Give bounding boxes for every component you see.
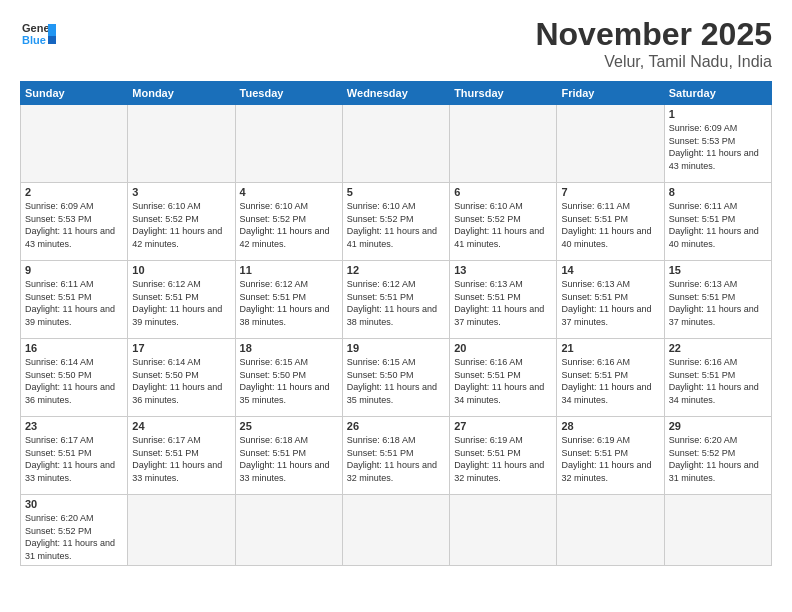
calendar-cell: 20Sunrise: 6:16 AM Sunset: 5:51 PM Dayli…	[450, 339, 557, 417]
day-number: 29	[669, 420, 767, 432]
day-info: Sunrise: 6:20 AM Sunset: 5:52 PM Dayligh…	[669, 434, 767, 484]
day-number: 18	[240, 342, 338, 354]
calendar-cell: 9Sunrise: 6:11 AM Sunset: 5:51 PM Daylig…	[21, 261, 128, 339]
day-info: Sunrise: 6:10 AM Sunset: 5:52 PM Dayligh…	[132, 200, 230, 250]
calendar-week-6: 30Sunrise: 6:20 AM Sunset: 5:52 PM Dayli…	[21, 495, 772, 566]
calendar-cell: 7Sunrise: 6:11 AM Sunset: 5:51 PM Daylig…	[557, 183, 664, 261]
svg-marker-3	[48, 36, 56, 44]
day-number: 25	[240, 420, 338, 432]
day-number: 6	[454, 186, 552, 198]
calendar-cell: 16Sunrise: 6:14 AM Sunset: 5:50 PM Dayli…	[21, 339, 128, 417]
calendar-cell: 5Sunrise: 6:10 AM Sunset: 5:52 PM Daylig…	[342, 183, 449, 261]
day-info: Sunrise: 6:12 AM Sunset: 5:51 PM Dayligh…	[347, 278, 445, 328]
day-number: 5	[347, 186, 445, 198]
day-number: 3	[132, 186, 230, 198]
day-info: Sunrise: 6:18 AM Sunset: 5:51 PM Dayligh…	[240, 434, 338, 484]
calendar-week-1: 1Sunrise: 6:09 AM Sunset: 5:53 PM Daylig…	[21, 105, 772, 183]
day-info: Sunrise: 6:09 AM Sunset: 5:53 PM Dayligh…	[25, 200, 123, 250]
day-number: 14	[561, 264, 659, 276]
day-info: Sunrise: 6:15 AM Sunset: 5:50 PM Dayligh…	[347, 356, 445, 406]
day-number: 13	[454, 264, 552, 276]
day-number: 21	[561, 342, 659, 354]
day-info: Sunrise: 6:11 AM Sunset: 5:51 PM Dayligh…	[561, 200, 659, 250]
weekday-header-thursday: Thursday	[450, 82, 557, 105]
calendar-cell: 27Sunrise: 6:19 AM Sunset: 5:51 PM Dayli…	[450, 417, 557, 495]
day-info: Sunrise: 6:10 AM Sunset: 5:52 PM Dayligh…	[347, 200, 445, 250]
calendar-table: SundayMondayTuesdayWednesdayThursdayFrid…	[20, 81, 772, 566]
calendar-cell: 3Sunrise: 6:10 AM Sunset: 5:52 PM Daylig…	[128, 183, 235, 261]
calendar-cell: 11Sunrise: 6:12 AM Sunset: 5:51 PM Dayli…	[235, 261, 342, 339]
calendar-week-2: 2Sunrise: 6:09 AM Sunset: 5:53 PM Daylig…	[21, 183, 772, 261]
day-number: 22	[669, 342, 767, 354]
calendar-cell: 22Sunrise: 6:16 AM Sunset: 5:51 PM Dayli…	[664, 339, 771, 417]
day-number: 16	[25, 342, 123, 354]
calendar-cell	[235, 105, 342, 183]
title-block: November 2025 Velur, Tamil Nadu, India	[535, 16, 772, 71]
day-info: Sunrise: 6:11 AM Sunset: 5:51 PM Dayligh…	[25, 278, 123, 328]
day-info: Sunrise: 6:15 AM Sunset: 5:50 PM Dayligh…	[240, 356, 338, 406]
day-number: 7	[561, 186, 659, 198]
day-info: Sunrise: 6:14 AM Sunset: 5:50 PM Dayligh…	[132, 356, 230, 406]
calendar-cell: 19Sunrise: 6:15 AM Sunset: 5:50 PM Dayli…	[342, 339, 449, 417]
day-number: 30	[25, 498, 123, 510]
svg-marker-2	[48, 24, 56, 36]
calendar-cell: 29Sunrise: 6:20 AM Sunset: 5:52 PM Dayli…	[664, 417, 771, 495]
day-info: Sunrise: 6:18 AM Sunset: 5:51 PM Dayligh…	[347, 434, 445, 484]
day-number: 19	[347, 342, 445, 354]
weekday-header-monday: Monday	[128, 82, 235, 105]
calendar-cell	[664, 495, 771, 566]
calendar-week-4: 16Sunrise: 6:14 AM Sunset: 5:50 PM Dayli…	[21, 339, 772, 417]
day-info: Sunrise: 6:16 AM Sunset: 5:51 PM Dayligh…	[669, 356, 767, 406]
calendar-cell	[128, 495, 235, 566]
logo: General Blue	[20, 16, 56, 52]
day-number: 2	[25, 186, 123, 198]
day-number: 12	[347, 264, 445, 276]
day-number: 20	[454, 342, 552, 354]
calendar-cell	[342, 495, 449, 566]
day-number: 24	[132, 420, 230, 432]
calendar-cell: 4Sunrise: 6:10 AM Sunset: 5:52 PM Daylig…	[235, 183, 342, 261]
day-info: Sunrise: 6:19 AM Sunset: 5:51 PM Dayligh…	[561, 434, 659, 484]
calendar-week-5: 23Sunrise: 6:17 AM Sunset: 5:51 PM Dayli…	[21, 417, 772, 495]
calendar-cell: 21Sunrise: 6:16 AM Sunset: 5:51 PM Dayli…	[557, 339, 664, 417]
day-info: Sunrise: 6:09 AM Sunset: 5:53 PM Dayligh…	[669, 122, 767, 172]
subtitle: Velur, Tamil Nadu, India	[535, 53, 772, 71]
calendar-cell: 14Sunrise: 6:13 AM Sunset: 5:51 PM Dayli…	[557, 261, 664, 339]
day-number: 8	[669, 186, 767, 198]
calendar-cell: 2Sunrise: 6:09 AM Sunset: 5:53 PM Daylig…	[21, 183, 128, 261]
calendar-cell	[450, 495, 557, 566]
day-info: Sunrise: 6:13 AM Sunset: 5:51 PM Dayligh…	[561, 278, 659, 328]
day-info: Sunrise: 6:13 AM Sunset: 5:51 PM Dayligh…	[454, 278, 552, 328]
weekday-header-friday: Friday	[557, 82, 664, 105]
svg-text:Blue: Blue	[22, 34, 46, 46]
calendar-cell	[342, 105, 449, 183]
weekday-header-saturday: Saturday	[664, 82, 771, 105]
calendar-cell: 18Sunrise: 6:15 AM Sunset: 5:50 PM Dayli…	[235, 339, 342, 417]
day-info: Sunrise: 6:19 AM Sunset: 5:51 PM Dayligh…	[454, 434, 552, 484]
calendar-cell	[128, 105, 235, 183]
calendar-cell: 10Sunrise: 6:12 AM Sunset: 5:51 PM Dayli…	[128, 261, 235, 339]
day-info: Sunrise: 6:14 AM Sunset: 5:50 PM Dayligh…	[25, 356, 123, 406]
day-info: Sunrise: 6:20 AM Sunset: 5:52 PM Dayligh…	[25, 512, 123, 562]
day-number: 11	[240, 264, 338, 276]
calendar-cell	[235, 495, 342, 566]
calendar-cell	[557, 105, 664, 183]
calendar-cell: 13Sunrise: 6:13 AM Sunset: 5:51 PM Dayli…	[450, 261, 557, 339]
page-header: General Blue November 2025 Velur, Tamil …	[20, 16, 772, 71]
day-number: 1	[669, 108, 767, 120]
calendar-week-3: 9Sunrise: 6:11 AM Sunset: 5:51 PM Daylig…	[21, 261, 772, 339]
weekday-header-wednesday: Wednesday	[342, 82, 449, 105]
weekday-header-sunday: Sunday	[21, 82, 128, 105]
calendar-cell	[21, 105, 128, 183]
main-title: November 2025	[535, 16, 772, 53]
day-info: Sunrise: 6:17 AM Sunset: 5:51 PM Dayligh…	[132, 434, 230, 484]
day-number: 9	[25, 264, 123, 276]
calendar-cell: 8Sunrise: 6:11 AM Sunset: 5:51 PM Daylig…	[664, 183, 771, 261]
day-number: 17	[132, 342, 230, 354]
day-info: Sunrise: 6:17 AM Sunset: 5:51 PM Dayligh…	[25, 434, 123, 484]
day-number: 10	[132, 264, 230, 276]
day-number: 27	[454, 420, 552, 432]
day-info: Sunrise: 6:16 AM Sunset: 5:51 PM Dayligh…	[561, 356, 659, 406]
day-info: Sunrise: 6:16 AM Sunset: 5:51 PM Dayligh…	[454, 356, 552, 406]
day-number: 15	[669, 264, 767, 276]
